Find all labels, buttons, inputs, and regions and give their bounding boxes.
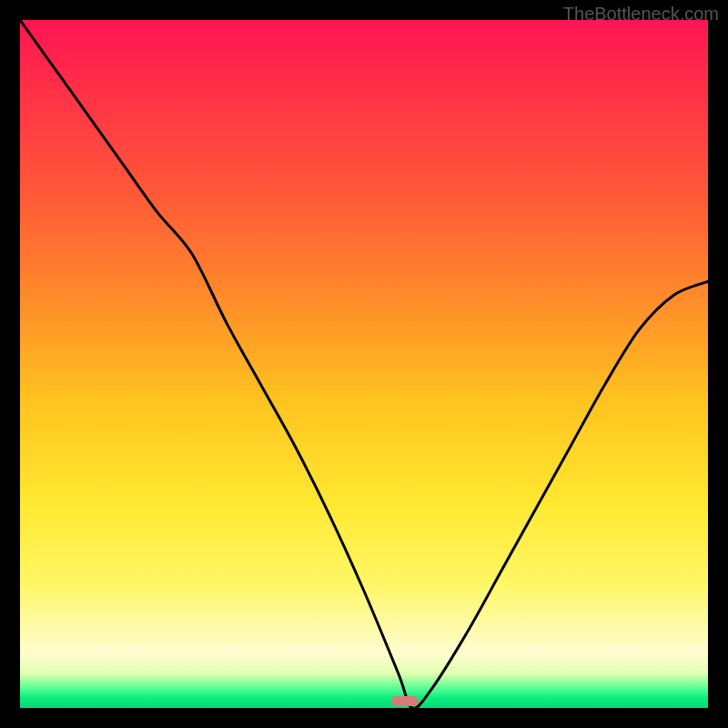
plot-area [20, 20, 708, 708]
optimal-marker [391, 696, 419, 706]
watermark-text: TheBottleneck.com [563, 4, 719, 25]
curve-svg [20, 20, 708, 708]
bottleneck-curve [20, 20, 708, 708]
chart-container: TheBottleneck.com [0, 0, 728, 728]
